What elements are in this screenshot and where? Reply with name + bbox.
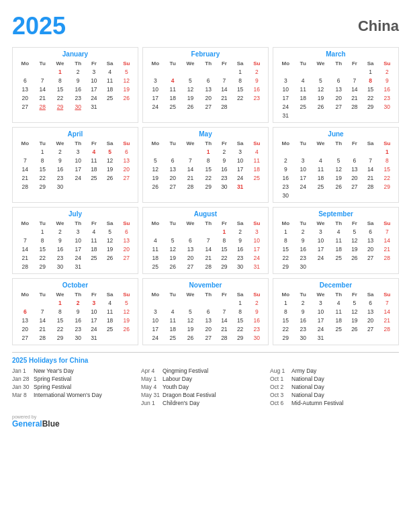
day-cell: 23 <box>379 93 396 102</box>
day-cell: 30 <box>379 102 396 111</box>
day-cell <box>102 262 118 271</box>
day-header: We <box>181 60 200 67</box>
day-header: Tu <box>295 220 311 227</box>
day-cell: 5 <box>102 227 118 236</box>
day-cell: 14 <box>216 316 232 324</box>
day-header: Th <box>200 60 216 67</box>
day-cell: 12 <box>347 307 362 316</box>
day-cell: 11 <box>165 85 181 93</box>
day-cell: 5 <box>118 298 135 307</box>
day-cell: 10 <box>70 236 86 245</box>
day-cell: 22 <box>35 253 50 262</box>
day-cell <box>276 147 295 156</box>
day-header: Su <box>379 60 396 67</box>
day-cell: 11 <box>330 307 347 316</box>
day-cell: 16 <box>70 316 86 324</box>
day-header: We <box>311 220 330 227</box>
day-cell: 16 <box>295 316 311 324</box>
month-table: MoTuWeThFrSaSu12345678910111213141516171… <box>146 291 265 342</box>
day-cell: 9 <box>379 76 396 85</box>
day-header: Th <box>200 220 216 227</box>
day-header: Su <box>248 291 265 298</box>
month-block-april: AprilMoTuWeThFrSaSu123456789101112131415… <box>12 127 138 203</box>
day-cell: 22 <box>35 173 50 182</box>
day-cell: 30 <box>70 333 86 342</box>
month-block-july: JulyMoTuWeThFrSaSu1234567891011121314151… <box>12 207 138 274</box>
day-cell <box>181 298 200 307</box>
day-header: We <box>181 220 200 227</box>
day-cell: 13 <box>363 236 379 245</box>
day-header: Mo <box>276 140 295 147</box>
day-cell <box>311 147 330 156</box>
day-cell: 21 <box>363 173 379 182</box>
day-header: Su <box>118 60 135 67</box>
day-header: Th <box>330 291 347 298</box>
day-cell: 4 <box>86 227 101 236</box>
day-cell: 23 <box>295 324 311 333</box>
day-cell: 13 <box>15 85 35 93</box>
holiday-date: Mar 8 <box>12 392 31 398</box>
day-cell: 14 <box>216 85 232 93</box>
day-cell: 29 <box>50 333 70 342</box>
day-cell: 24 <box>311 253 330 262</box>
day-cell: 13 <box>165 165 181 173</box>
day-cell <box>86 262 101 271</box>
day-cell: 30 <box>232 262 248 271</box>
day-cell: 10 <box>70 156 86 165</box>
day-header: Mo <box>276 60 295 67</box>
day-cell: 15 <box>216 245 232 253</box>
day-cell <box>86 182 101 191</box>
day-cell: 8 <box>232 307 248 316</box>
day-cell: 16 <box>50 165 70 173</box>
day-header: Th <box>330 60 347 67</box>
day-cell: 23 <box>248 324 265 333</box>
month-table: MoTuWeThFrSaSu12345678910111213141516171… <box>15 140 135 191</box>
day-cell: 6 <box>363 298 379 307</box>
holiday-date: May 4 <box>141 384 160 390</box>
day-cell: 11 <box>86 236 101 245</box>
day-cell: 27 <box>118 253 135 262</box>
day-cell: 19 <box>118 316 135 324</box>
day-cell: 12 <box>102 236 118 245</box>
day-cell: 18 <box>165 324 181 333</box>
day-cell: 3 <box>276 76 295 85</box>
day-cell: 7 <box>200 236 216 245</box>
day-cell: 10 <box>276 85 295 93</box>
holiday-name: New Year's Day <box>34 367 74 374</box>
day-header: Tu <box>35 220 50 227</box>
day-cell: 26 <box>118 324 135 333</box>
day-header: Fr <box>347 60 362 67</box>
day-cell: 29 <box>232 333 248 342</box>
day-cell: 7 <box>15 156 35 165</box>
day-cell: 21 <box>379 245 396 253</box>
holiday-date: May 31 <box>141 392 160 398</box>
day-cell <box>363 147 379 156</box>
day-cell <box>276 67 295 76</box>
day-cell: 19 <box>181 324 200 333</box>
holiday-date: Aug 1 <box>270 367 289 374</box>
day-cell: 12 <box>102 156 118 165</box>
day-cell: 9 <box>50 236 70 245</box>
day-cell: 27 <box>200 102 216 111</box>
day-cell: 2 <box>248 298 265 307</box>
day-cell <box>232 102 248 111</box>
day-cell <box>35 298 50 307</box>
day-cell: 1 <box>363 67 379 76</box>
day-cell <box>15 147 35 156</box>
day-cell: 5 <box>311 76 330 85</box>
day-header: Tu <box>165 291 181 298</box>
brand-label: GeneralBlue <box>12 419 60 429</box>
day-header: Su <box>248 140 265 147</box>
holiday-date: Oct 6 <box>270 400 289 406</box>
day-cell: 5 <box>102 147 118 156</box>
day-cell: 25 <box>146 262 165 271</box>
day-cell: 2 <box>379 67 396 76</box>
day-cell: 7 <box>363 156 379 165</box>
day-header: We <box>50 291 70 298</box>
day-cell: 1 <box>200 147 216 156</box>
day-cell: 29 <box>35 262 50 271</box>
day-cell: 8 <box>232 76 248 85</box>
day-cell: 12 <box>181 316 200 324</box>
day-cell: 25 <box>330 253 347 262</box>
month-block-june: JuneMoTuWeThFrSaSu1234567891011121314151… <box>273 127 399 203</box>
